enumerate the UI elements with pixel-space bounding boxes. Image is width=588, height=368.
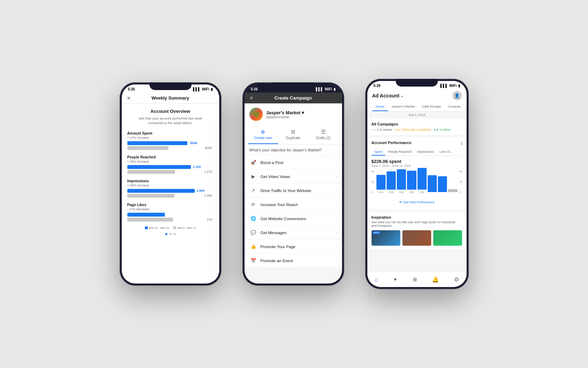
phone-3: 5:26 ▌▌▌ WiFi ▮ Ad Account ▾ 👤 Home bbox=[365, 79, 469, 289]
account-overview-title: Account Overview bbox=[127, 109, 214, 114]
menu-item-get-messages[interactable]: 💬 Get Messages › bbox=[245, 226, 342, 240]
legend-dot-gray bbox=[173, 226, 176, 229]
y-label-25-right: 25 bbox=[460, 181, 462, 183]
bar-blue-2: 2,100 bbox=[127, 165, 191, 169]
website-conversions-arrow: › bbox=[336, 217, 337, 220]
phone-2-status-icons: ▌▌▌ WiFi ▮ bbox=[316, 87, 335, 91]
increase-reach-icon: ⟳ bbox=[249, 202, 257, 207]
user-avatar[interactable]: 👤 bbox=[453, 91, 462, 100]
menu-item-increase-reach[interactable]: ⟳ Increase Your Reach › bbox=[245, 198, 342, 212]
tab-oceania[interactable]: Oceania bbox=[445, 102, 461, 111]
chart-bar-7 bbox=[438, 176, 447, 192]
stat-change-amount-spent: + 17% increase bbox=[127, 136, 214, 139]
website-conversions-label: Get Website Conversions bbox=[261, 217, 336, 221]
phone-1-screen: 5:26 ▌▌▌ WiFi ▮ ✕ Weekly Summary Account… bbox=[122, 84, 219, 284]
menu-item-promote-page[interactable]: 👍 Promote Your Page › bbox=[245, 240, 342, 254]
tab-cafe-escape[interactable]: Café Escape bbox=[419, 102, 445, 111]
bar-row-prev-4: 213 bbox=[127, 218, 202, 222]
performance-header: Account Performance ℹ bbox=[372, 141, 462, 146]
inspiration-subtitle: See what you can do with ads and Page po… bbox=[372, 220, 462, 227]
tab-jaspers-market[interactable]: Jasper's Market bbox=[388, 102, 419, 111]
chart-legend: Mar 12 - Mar 18 Mar 5 - Mar 11 bbox=[127, 226, 214, 230]
profile-handle: @jaspersmarket bbox=[266, 115, 304, 119]
see-past-label: See Past Performance bbox=[403, 200, 435, 204]
boost-post-arrow: › bbox=[336, 161, 337, 164]
phone-2-profile: 🌿 Jasper's Market ▾ @jaspersmarket bbox=[245, 103, 342, 125]
ptab-link-clicks[interactable]: Link Cli... bbox=[437, 149, 455, 156]
dot-2 bbox=[169, 233, 172, 235]
all-campaigns-section: All Campaigns ○ 2 In review ● 1 Recently… bbox=[367, 118, 467, 135]
close-button-2[interactable]: ✕ bbox=[249, 95, 253, 101]
inspiration-title: Inspiration bbox=[372, 215, 462, 219]
bar-container-people-reached: 2,100 1,575 bbox=[127, 165, 214, 174]
close-button[interactable]: ✕ bbox=[127, 95, 131, 101]
account-overview-subtitle: See how your account performed last week… bbox=[127, 116, 214, 125]
all-campaigns-title: All Campaigns bbox=[372, 122, 462, 126]
bar-group-7 bbox=[438, 176, 447, 193]
badge-completed: ● 1 Recently completed bbox=[395, 128, 431, 131]
spent-amount: $226.06 spent bbox=[372, 159, 462, 164]
menu-item-boost-post[interactable]: 🚀 Boost a Post › bbox=[245, 156, 342, 170]
x-label-1: 3/14 bbox=[379, 191, 383, 193]
promote-event-icon: 📅 bbox=[249, 258, 257, 263]
x-label-3: 3/18 bbox=[399, 191, 404, 193]
ptab-impressions[interactable]: Impressions bbox=[414, 149, 437, 156]
menu-item-website-conversions[interactable]: 🌐 Get Website Conversions › bbox=[245, 212, 342, 226]
battery-icon-2: ▮ bbox=[334, 87, 336, 91]
chart-bar-8 bbox=[448, 189, 457, 192]
phone-3-top-bar: Ad Account ▾ 👤 bbox=[372, 91, 462, 100]
nav-create[interactable]: ⊕ bbox=[413, 276, 417, 283]
bar-value-2: 2,100 bbox=[193, 165, 201, 169]
wifi-icon-2: WiFi bbox=[325, 87, 332, 91]
promote-event-arrow: › bbox=[336, 259, 337, 263]
legend-label-current: Mar 12 - Mar 18 bbox=[149, 226, 169, 230]
bar-row-current-2: 2,100 bbox=[127, 165, 202, 169]
ad-account-title-group: Ad Account ▾ bbox=[372, 93, 403, 99]
phone-2-notch bbox=[272, 82, 314, 90]
bar-row-prev-1: $208 bbox=[127, 146, 202, 150]
menu-item-video-views[interactable]: ▶ Get Video Views › bbox=[245, 170, 342, 184]
menu-item-promote-event[interactable]: 📅 Promote an Event › bbox=[245, 254, 342, 268]
stat-page-likes: Page Likes - 17% decrease 213 bbox=[127, 203, 214, 222]
inspiration-card-3[interactable] bbox=[433, 230, 462, 246]
bar-row-current-4 bbox=[127, 213, 202, 217]
dropdown-arrow-icon[interactable]: ▾ bbox=[401, 95, 403, 98]
bar-group-8 bbox=[448, 189, 457, 193]
see-past-performance-btn[interactable]: 👁 See Past Performance bbox=[372, 198, 462, 206]
drafts-label: Drafts (2) bbox=[316, 136, 331, 140]
inspiration-card-1[interactable]: NEW! bbox=[372, 230, 400, 246]
bar-blue-1: $248 bbox=[127, 141, 187, 145]
y-label-0-left: 0 bbox=[372, 191, 374, 193]
menu-item-drive-traffic[interactable]: ↗ Drive Traffic to Your Website › bbox=[245, 184, 342, 198]
nav-settings[interactable]: ⚙ bbox=[454, 276, 459, 283]
bar-row-prev-2: 1,575 bbox=[127, 170, 202, 174]
tab-home[interactable]: Home bbox=[372, 102, 388, 111]
ptab-people-reached[interactable]: People Reached bbox=[385, 149, 414, 156]
bar-group-6 bbox=[428, 175, 437, 193]
nav-notifications[interactable]: 🔔 bbox=[432, 276, 439, 283]
chart-bar-3 bbox=[397, 169, 406, 190]
ptab-spent[interactable]: Spent bbox=[372, 149, 386, 156]
nav-home[interactable]: ⌂ bbox=[375, 277, 378, 283]
signal-icon: ▌▌▌ bbox=[193, 87, 200, 91]
phone-1-header: ✕ Weekly Summary bbox=[122, 93, 219, 104]
bar-gray-2: 1,575 bbox=[127, 170, 175, 174]
badge-in-review: ○ 2 In review bbox=[372, 128, 392, 131]
drive-traffic-label: Drive Traffic to Your Website bbox=[261, 189, 336, 193]
battery-icon-3: ▮ bbox=[458, 84, 460, 88]
phone-3-status-icons: ▌▌▌ WiFi ▮ bbox=[440, 84, 460, 88]
chart-bars: 3/14 3/16 3/18 3/20 bbox=[376, 170, 457, 193]
tab-drafts[interactable]: ☰ Drafts (2) bbox=[308, 125, 339, 144]
tab-create-new[interactable]: ⊕ Create new bbox=[248, 125, 278, 144]
chart-y-axis-right: 50 25 0 bbox=[460, 170, 462, 193]
inspiration-cards: NEW! bbox=[372, 230, 462, 246]
page-dots bbox=[127, 233, 214, 235]
duplicate-icon: ⧉ bbox=[291, 129, 295, 135]
bar-value-gray-3: 1,960 bbox=[204, 194, 212, 197]
bar-blue-4 bbox=[127, 213, 165, 217]
phone-1-time: 5:26 bbox=[128, 87, 135, 91]
profile-name: Jasper's Market ▾ bbox=[266, 110, 304, 115]
inspiration-card-2[interactable] bbox=[402, 230, 431, 246]
nav-activity[interactable]: ✦ bbox=[393, 276, 397, 283]
tab-duplicate[interactable]: ⧉ Duplicate bbox=[278, 125, 308, 144]
